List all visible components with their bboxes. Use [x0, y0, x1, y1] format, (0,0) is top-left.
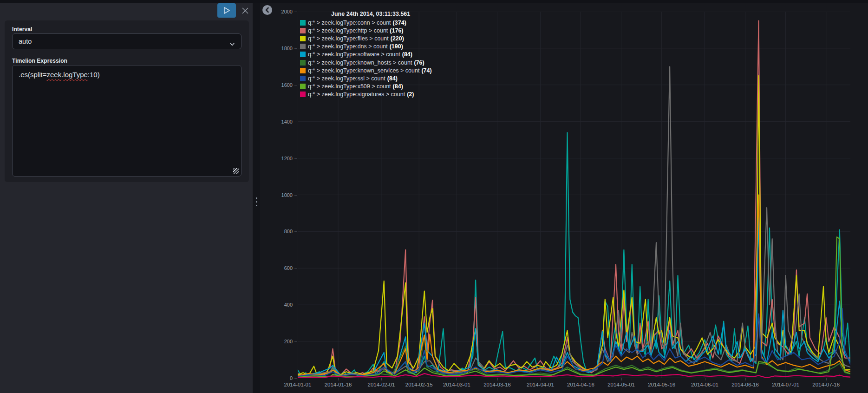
expression-label: Timelion Expression [12, 58, 67, 64]
expression-text: .es(split=zeek.logType:10) [19, 71, 100, 79]
y-axis-tick [294, 341, 297, 342]
x-axis-tick [705, 378, 705, 380]
x-axis-label: 2014-02-15 [398, 382, 440, 387]
expression-form-card: Interval auto Timelion Expression .es(sp… [5, 20, 249, 182]
misspelled-word: logType [63, 71, 88, 79]
y-axis-label: 400 [260, 301, 293, 308]
y-axis-label: 600 [260, 265, 293, 271]
x-axis-label: 2014-07-16 [805, 382, 847, 387]
x-axis-tick [381, 378, 382, 380]
x-axis-label: 2014-07-01 [765, 382, 807, 387]
x-axis-tick [621, 378, 622, 380]
x-axis-tick [457, 378, 457, 380]
y-axis-label: 2000 [260, 8, 293, 15]
y-axis-tick [294, 158, 297, 159]
x-axis-label: 2014-05-16 [641, 382, 683, 387]
y-axis-label: 800 [260, 228, 293, 235]
x-axis-tick [745, 378, 746, 380]
chevron-down-icon [228, 38, 236, 53]
x-axis-tick [826, 378, 827, 380]
timeseries-lines [298, 12, 850, 378]
x-axis-label: 2014-01-01 [277, 382, 319, 387]
y-axis-tick [294, 195, 297, 196]
x-axis-tick [419, 378, 419, 380]
interval-value: auto [19, 38, 32, 45]
y-axis-label: 200 [260, 338, 293, 345]
misspelled-word: zeek [46, 71, 61, 79]
play-icon [217, 12, 236, 19]
close-icon [238, 12, 253, 19]
x-axis-label: 2014-06-01 [684, 382, 726, 387]
y-axis-label: 1600 [260, 82, 293, 88]
timelion-app: Interval auto Timelion Expression .es(sp… [0, 0, 868, 393]
x-axis-label: 2014-04-16 [560, 382, 602, 387]
textarea-resize-handle[interactable] [233, 168, 239, 174]
x-axis-tick [497, 378, 498, 380]
y-axis-tick [294, 85, 297, 85]
x-axis-tick [540, 378, 541, 380]
x-axis-label: 2014-03-01 [436, 382, 477, 387]
panel-resize-handle[interactable] [255, 195, 258, 208]
y-axis-label: 1800 [260, 45, 293, 52]
y-axis-tick [294, 48, 297, 49]
x-axis-tick [662, 378, 662, 380]
x-axis-tick [786, 378, 786, 380]
x-axis-tick [581, 378, 581, 380]
y-axis-tick [294, 305, 297, 305]
y-axis-tick [294, 268, 297, 269]
run-expression-button[interactable] [217, 3, 236, 18]
y-axis-tick [294, 12, 297, 12]
x-axis-tick [338, 378, 339, 380]
x-axis-label: 2014-03-16 [476, 382, 518, 387]
y-axis-label: 0 [260, 375, 293, 381]
chart-panel: 0200400600800100012001400160018002000 20… [260, 3, 868, 393]
x-axis-label: 2014-05-01 [600, 382, 642, 387]
interval-select[interactable]: auto [12, 33, 241, 49]
y-axis-label: 1400 [260, 118, 293, 125]
x-axis-tick [298, 378, 298, 380]
interval-label: Interval [12, 26, 33, 33]
y-axis-label: 1000 [260, 192, 293, 198]
y-axis-tick [294, 231, 297, 232]
timelion-expression-input[interactable]: .es(split=zeek.logType:10) [12, 65, 241, 177]
y-axis-tick [294, 122, 297, 122]
timeseries-plot[interactable] [298, 12, 850, 378]
x-axis-label: 2014-04-01 [519, 382, 561, 387]
y-axis-label: 1200 [260, 155, 293, 162]
x-axis-label: 2014-06-16 [724, 382, 766, 387]
panel-divider [253, 3, 260, 393]
y-axis-tick [294, 378, 297, 379]
timelion-editor-panel: Interval auto Timelion Expression .es(sp… [0, 3, 253, 393]
top-border-strip [0, 0, 868, 3]
x-axis-label: 2014-01-16 [317, 382, 359, 387]
x-axis-label: 2014-02-01 [360, 382, 402, 387]
close-editor-button[interactable] [238, 3, 253, 18]
editor-toolbar [0, 3, 253, 21]
